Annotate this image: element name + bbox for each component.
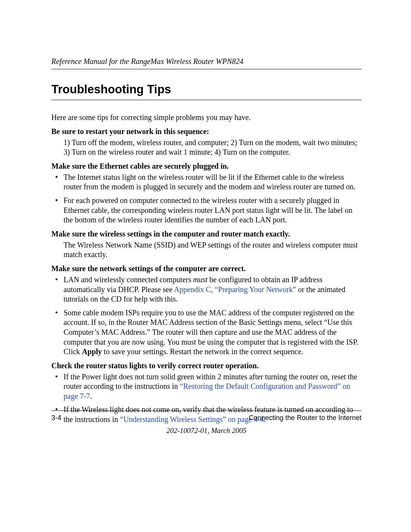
list-item: If the Power light does not turn solid g…: [64, 372, 362, 401]
intro-paragraph: Here are some tips for correcting simple…: [51, 113, 362, 123]
document-page: Reference Manual for the RangeMax Wirele…: [0, 0, 411, 532]
list-item: Some cable modem ISPs require you to use…: [64, 308, 362, 357]
running-head: Reference Manual for the RangeMax Wirele…: [51, 57, 362, 69]
chapter-title: Connecting the Router to the Internet: [249, 414, 362, 422]
network-settings-heading: Make sure the network settings of the co…: [51, 264, 362, 273]
wireless-settings-heading: Make sure the wireless settings in the c…: [51, 230, 362, 238]
bold-text: Apply: [82, 347, 102, 356]
ethernet-bullet-list: The Internet status light on the wireles…: [51, 173, 362, 225]
page-number: 3-4: [51, 414, 61, 422]
status-lights-heading: Check the router status lights to verify…: [51, 361, 362, 370]
document-version: 202-10072-01, March 2005: [51, 427, 362, 435]
restart-sequence-body: 1) Turn off the modem, wireless router, …: [64, 138, 362, 157]
text: .: [90, 392, 92, 400]
network-settings-bullet-list: LAN and wirelessly connected computers m…: [51, 275, 362, 357]
page-footer: 3-4 Connecting the Router to the Interne…: [51, 411, 362, 435]
section-title: Troubleshooting Tips: [51, 83, 362, 100]
text: to save your settings. Restart the netwo…: [102, 347, 303, 356]
appendix-c-link[interactable]: Appendix C, “Preparing Your Network”: [174, 285, 296, 294]
list-item: LAN and wirelessly connected computers m…: [64, 275, 362, 304]
list-item: The Internet status light on the wireles…: [64, 173, 362, 192]
text: LAN and wirelessly connected computers: [64, 275, 193, 284]
wireless-settings-body: The Wireless Network Name (SSID) and WEP…: [64, 240, 362, 260]
list-item: For each powered on computer connected t…: [64, 196, 362, 225]
ethernet-heading: Make sure the Ethernet cables are secure…: [51, 162, 362, 171]
italic-text: must: [193, 275, 207, 284]
restart-sequence-heading: Be sure to restart your network in this …: [51, 127, 362, 136]
